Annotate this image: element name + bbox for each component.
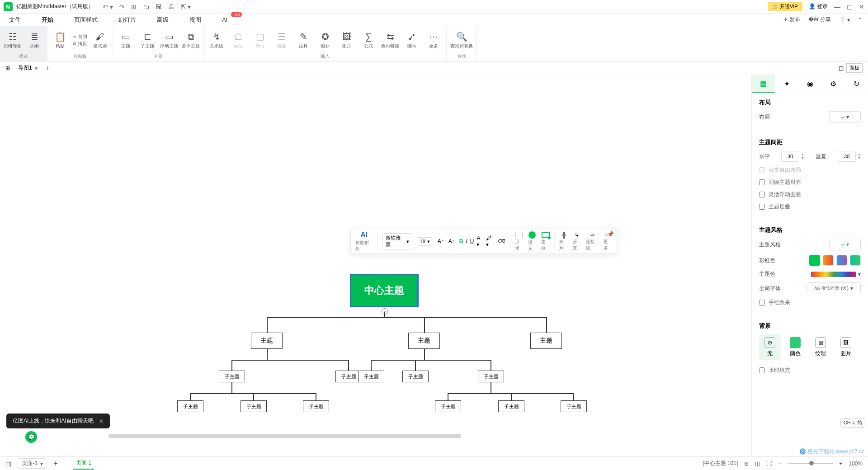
collapse-ribbon-icon[interactable]: ⌃ (858, 17, 863, 23)
print-icon[interactable]: 🖶 (168, 3, 175, 10)
add-page-button[interactable]: + (53, 460, 57, 468)
h-spacing-input[interactable] (781, 151, 799, 162)
panel-tab-settings[interactable]: ⚙ (821, 75, 844, 93)
outline-mode-button[interactable]: ≣大纲 (25, 28, 43, 52)
maximize-icon[interactable]: ▢ (847, 3, 853, 10)
center-topic[interactable]: 中心主题 (350, 274, 419, 307)
multi-topic-button[interactable]: ⧉多个主题 (182, 28, 200, 52)
v-spacing-stepper[interactable]: ▲▼ (858, 153, 861, 160)
topic-node[interactable]: 主题 (251, 333, 283, 349)
subtopic-button[interactable]: ⊏子主题 (138, 28, 156, 52)
note-button[interactable]: ✎注释 (294, 28, 312, 52)
bg-image-button[interactable]: 🖼图片 (835, 334, 857, 360)
document-tab[interactable]: 导图1 (14, 63, 41, 73)
stack-checkbox[interactable] (759, 204, 765, 210)
theme-style-select[interactable]: ┬ ▾ (829, 239, 861, 250)
share-button[interactable]: �ět 分享 (808, 16, 830, 24)
zoom-slider[interactable] (788, 463, 833, 464)
subtopic-node[interactable]: 子主题 (219, 371, 245, 382)
minimize-icon[interactable]: — (834, 3, 840, 10)
zoom-in-button[interactable]: + (839, 461, 842, 467)
frame-button[interactable]: ▢外框 (251, 28, 269, 52)
theme-color-dropdown-icon[interactable]: ▾ (858, 271, 861, 277)
topic-button[interactable]: ▭主题 (117, 28, 135, 52)
save-icon[interactable]: 🖫 (156, 3, 162, 10)
open-icon[interactable]: 🗀 (143, 3, 149, 10)
shape-button[interactable]: 形状 (515, 232, 524, 251)
add-tab-button[interactable]: + (46, 64, 50, 72)
cut-button[interactable]: ✂ 剪切 (73, 33, 87, 40)
relation-button[interactable]: ↯关系线 (208, 28, 226, 52)
image-button[interactable]: 🖼图片 (338, 28, 356, 52)
h-spacing-stepper[interactable]: ▲▼ (801, 153, 804, 160)
page-tab[interactable]: 页面-1 (73, 457, 94, 470)
tab-ai[interactable]: AIHot (218, 14, 231, 25)
ai-chat-button[interactable]: 💬 (25, 431, 37, 443)
align-checkbox[interactable] (759, 179, 765, 185)
panel-tab-map[interactable]: ◉ (798, 75, 821, 93)
leaf-node[interactable]: 子主题 (435, 400, 461, 412)
italic-button[interactable]: I (466, 238, 467, 244)
annotation-button[interactable]: ☖标注 (229, 28, 247, 52)
pin-icon[interactable]: 📌 (607, 231, 614, 237)
rainbow-swatch[interactable] (823, 255, 834, 266)
topic-node[interactable]: 主题 (408, 333, 440, 349)
shrink-font-icon[interactable]: A⁻ (448, 238, 455, 244)
vip-button[interactable]: 🛒 开通VIP (768, 2, 802, 11)
find-replace-button[interactable]: 🔍查找和替换 (450, 28, 473, 52)
panel-toggle-icon[interactable]: ◫ (839, 65, 844, 71)
redo-icon[interactable]: ↷ (119, 3, 125, 10)
fit-view-icon[interactable]: ⛶ (766, 461, 772, 467)
panel-tab-style[interactable]: ✦ (775, 75, 798, 93)
zoom-level[interactable]: 100% (849, 461, 863, 467)
highlight-button[interactable]: 🖍 ▾ (486, 235, 495, 248)
leaf-node[interactable]: 子主题 (303, 400, 329, 412)
underline-button[interactable]: U (470, 238, 474, 244)
flex-float-checkbox[interactable] (759, 192, 765, 197)
tab-start[interactable]: 开始 (38, 14, 57, 26)
new-icon[interactable]: ⊞ (131, 3, 137, 10)
handdrawn-checkbox[interactable] (759, 300, 765, 306)
horizontal-scrollbar[interactable] (108, 434, 461, 438)
paste-button[interactable]: 📋粘贴 (51, 28, 69, 52)
float-topic-button[interactable]: ▭浮动主题 (160, 28, 178, 52)
font-family-select[interactable]: 微软雅黑 ▾ (382, 233, 412, 249)
bold-button[interactable]: B (459, 238, 463, 244)
connector-button[interactable]: ⤻连接线 (586, 232, 599, 251)
font-size-select[interactable]: 18 ▾ (417, 237, 433, 246)
view-mode-2-icon[interactable]: ◫ (755, 461, 760, 467)
leaf-node[interactable]: 子主题 (177, 400, 203, 412)
close-icon[interactable]: ✕ (859, 3, 864, 10)
panel-tab-layout[interactable]: ▦ (752, 75, 775, 93)
rainbow-swatch[interactable] (850, 255, 861, 266)
canvas-area[interactable]: 📌 AI 智能创作 微软雅黑 ▾ 18 ▾ A⁺ A⁻ B I U A ▾ 🖍 … (0, 75, 751, 456)
subtopic-node[interactable]: 子主题 (478, 371, 504, 382)
more-insert-button[interactable]: ⋯更多 (425, 28, 443, 52)
view-mode-1-icon[interactable]: ⊞ (744, 461, 749, 467)
tab-file[interactable]: 文件 (5, 14, 24, 26)
tab-slide[interactable]: 幻灯片 (115, 14, 140, 26)
help-icon[interactable]: ❔ ▾ (839, 17, 850, 23)
watermark-checkbox[interactable] (759, 367, 765, 373)
login-button[interactable]: 👤 登录 (809, 3, 828, 10)
rainbow-swatch[interactable] (809, 255, 820, 266)
layout-select[interactable]: ┬ ▾ (829, 111, 861, 123)
fill-button[interactable]: 填充 (528, 231, 537, 252)
bidir-link-button[interactable]: ⇆双向链接 (381, 28, 399, 52)
bg-texture-button[interactable]: ▦纹理 (810, 334, 831, 360)
zoom-out-button[interactable]: − (778, 461, 781, 467)
topic-node[interactable]: 主题 (530, 333, 562, 349)
number-button[interactable]: ⑇编号 (403, 28, 421, 52)
subtopic-node[interactable]: 子主题 (358, 371, 384, 382)
undo-icon[interactable]: ↶ ▾ (103, 3, 113, 10)
close-toast-icon[interactable]: ✕ (99, 418, 104, 424)
grow-font-icon[interactable]: A⁺ (438, 238, 444, 244)
layout-button[interactable]: ╬布局 (559, 232, 568, 251)
summary-button[interactable]: ☰概要 (273, 28, 291, 52)
ai-create-button[interactable]: AI 智能创作 (355, 231, 373, 252)
bg-color-button[interactable]: 颜色 (784, 334, 806, 360)
ime-indicator[interactable]: CH ♫ 简 (840, 418, 865, 428)
v-spacing-input[interactable] (838, 151, 856, 162)
page-select[interactable]: 页面-1 ▾ (18, 458, 47, 469)
subtopic-node[interactable]: 子主题 (402, 371, 429, 382)
